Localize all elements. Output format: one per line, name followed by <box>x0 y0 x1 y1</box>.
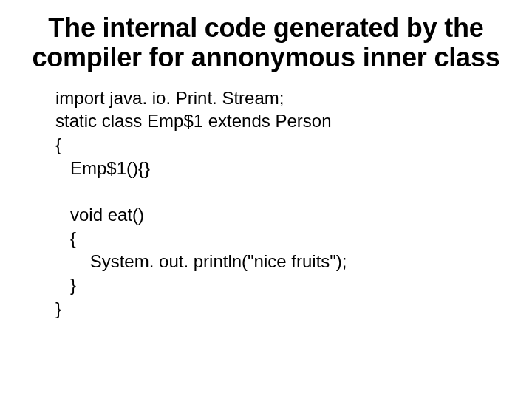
code-line: System. out. println("nice fruits"); <box>55 251 347 271</box>
slide-title: The internal code generated by the compi… <box>15 13 517 73</box>
code-line: { <box>55 134 61 154</box>
code-line: } <box>55 275 76 295</box>
code-line: } <box>55 299 61 318</box>
code-block: import java. io. Print. Stream; static c… <box>15 86 517 321</box>
code-line: Emp$1(){} <box>55 158 150 178</box>
code-line: void eat() <box>55 205 144 225</box>
code-line: static class Emp$1 extends Person <box>55 111 332 131</box>
code-line: { <box>55 228 76 248</box>
code-line: import java. io. Print. Stream; <box>55 88 284 108</box>
slide: The internal code generated by the compi… <box>0 0 532 399</box>
